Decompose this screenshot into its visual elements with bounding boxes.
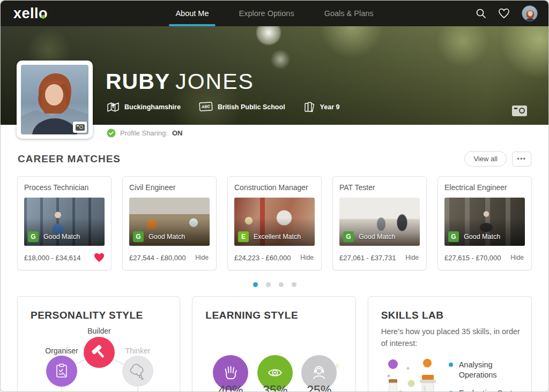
camera-icon bbox=[76, 124, 85, 131]
nav-tabs: About Me Explore Options Goals & Plans bbox=[175, 1, 373, 26]
summary-panels-row: PERSONALITY STYLE bbox=[17, 296, 532, 392]
learning-style-panel[interactable]: LEARNING STYLE bbox=[192, 296, 355, 392]
last-name: JONES bbox=[175, 69, 254, 94]
match-indicator: G Good Match bbox=[133, 231, 185, 242]
learning-diagram: 40% 35% 25% bbox=[192, 321, 355, 392]
hide-link[interactable]: Hide bbox=[195, 254, 210, 261]
career-card-construction-manager[interactable]: Construction Manager E Excellent Match £… bbox=[227, 176, 322, 270]
first-name: RUBY bbox=[106, 69, 170, 94]
career-title: Construction Manager bbox=[234, 183, 315, 192]
career-card-electrical-engineer[interactable]: Electrical Engineer G Good Match £27,615… bbox=[437, 176, 532, 270]
school-badge: ABC British Public School bbox=[199, 101, 285, 113]
personality-diagram: Builder Organiser Thinker bbox=[18, 321, 180, 392]
profile-banner: RUBYJONES Buckinghamshire ABC British Pu… bbox=[1, 26, 548, 125]
user-avatar[interactable] bbox=[522, 5, 538, 21]
year-label: Year 9 bbox=[320, 103, 340, 111]
career-card-footer: £18,000 - £34,614 bbox=[24, 252, 105, 263]
hide-link[interactable]: Hide bbox=[405, 254, 420, 261]
skills-list: Analysing Operations Evaluating Systems bbox=[449, 360, 530, 392]
career-photo: G Good Match bbox=[129, 198, 210, 246]
personality-title: PERSONALITY STYLE bbox=[31, 310, 180, 321]
sharing-label: Profile Sharing: bbox=[120, 129, 168, 137]
school-board-icon: ABC bbox=[199, 101, 213, 113]
tab-about-me[interactable]: About Me bbox=[175, 1, 209, 26]
logo-text: xell bbox=[13, 5, 39, 22]
tab-goals-plans[interactable]: Goals & Plans bbox=[324, 1, 374, 26]
change-banner-button camera-icon[interactable] bbox=[512, 105, 527, 116]
match-badge: G bbox=[133, 231, 144, 242]
personality-style-panel[interactable]: PERSONALITY STYLE bbox=[17, 296, 180, 392]
hand-icon bbox=[222, 364, 239, 381]
match-indicator: G Good Match bbox=[28, 231, 80, 242]
auditory-percent: 25% bbox=[301, 383, 337, 392]
pagination-dot-1[interactable] bbox=[253, 282, 258, 287]
year-badge: Year 9 bbox=[303, 101, 340, 113]
hide-link[interactable]: Hide bbox=[510, 254, 525, 261]
career-matches-title: CAREER MATCHES bbox=[18, 153, 121, 165]
pagination-dot-4[interactable] bbox=[292, 282, 296, 287]
match-indicator: E Excellent Match bbox=[238, 231, 301, 242]
pagination-dot-3[interactable] bbox=[279, 282, 284, 287]
skill-item: Evaluating Systems bbox=[449, 388, 530, 392]
match-label: Good Match bbox=[464, 233, 500, 240]
match-label: Good Match bbox=[359, 233, 395, 240]
xello-about-me-page: xello About Me Explore Options Goals & P… bbox=[0, 0, 549, 392]
salary-range: £27,615 - £70,000 bbox=[444, 254, 501, 262]
career-title: Electrical Engineer bbox=[444, 183, 525, 192]
career-title: Process Technician bbox=[24, 183, 105, 192]
career-card-pat-tester[interactable]: PAT Tester G Good Match £27,061 - £37,73… bbox=[332, 176, 427, 270]
profile-sharing-status: Profile Sharing: ON bbox=[107, 129, 548, 138]
svg-text:ABC: ABC bbox=[201, 104, 211, 109]
thinker-label: Thinker bbox=[125, 346, 151, 355]
books-icon bbox=[303, 101, 315, 113]
tab-explore-options[interactable]: Explore Options bbox=[239, 1, 294, 26]
builder-label: Builder bbox=[87, 327, 111, 335]
eye-icon bbox=[266, 364, 284, 381]
top-nav: xello About Me Explore Options Goals & P… bbox=[1, 1, 548, 26]
xello-logo[interactable]: xello bbox=[13, 5, 48, 22]
favorites-heart-icon[interactable] bbox=[498, 8, 510, 19]
career-photo: G Good Match bbox=[24, 198, 105, 246]
career-card-process-technician[interactable]: Process Technician G Good Match £18,000 … bbox=[17, 176, 112, 270]
location-badge: Buckinghamshire bbox=[107, 101, 181, 113]
bullet-dot-icon bbox=[449, 363, 453, 367]
hide-link[interactable]: Hide bbox=[300, 254, 315, 261]
career-cards-row: Process Technician G Good Match £18,000 … bbox=[17, 176, 532, 270]
career-card-footer: £27,615 - £70,000 Hide bbox=[444, 252, 525, 263]
skills-description: Here’s how you placed 35 skills, in orde… bbox=[381, 326, 527, 350]
career-card-footer: £27,061 - £37,731 Hide bbox=[339, 252, 420, 263]
career-photo: G Good Match bbox=[339, 198, 420, 246]
match-badge: G bbox=[28, 231, 39, 242]
kinesthetic-percent: 40% bbox=[213, 383, 248, 392]
view-all-button[interactable]: View all bbox=[464, 151, 507, 167]
career-card-footer: £27,544 - £80,000 Hide bbox=[129, 252, 210, 263]
student-name: RUBYJONES bbox=[106, 69, 254, 94]
career-matches-header: CAREER MATCHES View all ••• bbox=[18, 151, 531, 167]
career-card-footer: £24,223 - £60,000 Hide bbox=[234, 252, 315, 263]
favourite-heart-icon[interactable] bbox=[94, 253, 105, 262]
change-photo-button[interactable] bbox=[73, 122, 87, 133]
headphones-person-icon bbox=[310, 364, 328, 381]
organiser-node bbox=[46, 356, 77, 387]
profile-badges: Buckinghamshire ABC British Public Schoo… bbox=[107, 101, 339, 113]
match-label: Good Match bbox=[43, 233, 80, 240]
match-badge: E bbox=[238, 231, 249, 242]
school-label: British Public School bbox=[218, 103, 285, 111]
career-photo: E Excellent Match bbox=[234, 198, 315, 246]
organiser-label: Organiser bbox=[45, 346, 78, 355]
thinker-node bbox=[122, 356, 153, 387]
map-pin-icon bbox=[107, 101, 120, 113]
career-card-civil-engineer[interactable]: Civil Engineer G Good Match £27,544 - £8… bbox=[122, 176, 217, 270]
search-icon[interactable] bbox=[476, 8, 486, 19]
match-badge: G bbox=[448, 231, 459, 242]
visual-percent: 35% bbox=[257, 383, 293, 392]
salary-range: £27,061 - £37,731 bbox=[339, 254, 396, 262]
more-options-button[interactable]: ••• bbox=[512, 152, 531, 167]
career-title: PAT Tester bbox=[339, 183, 420, 192]
skill-label: Evaluating Systems bbox=[459, 388, 530, 392]
career-title: Civil Engineer bbox=[129, 183, 210, 192]
pagination-dot-2[interactable] bbox=[266, 282, 271, 287]
skills-lab-panel[interactable]: SKILLS LAB Here’s how you placed 35 skil… bbox=[368, 296, 532, 392]
nav-actions bbox=[476, 5, 538, 21]
match-badge: G bbox=[343, 231, 354, 242]
